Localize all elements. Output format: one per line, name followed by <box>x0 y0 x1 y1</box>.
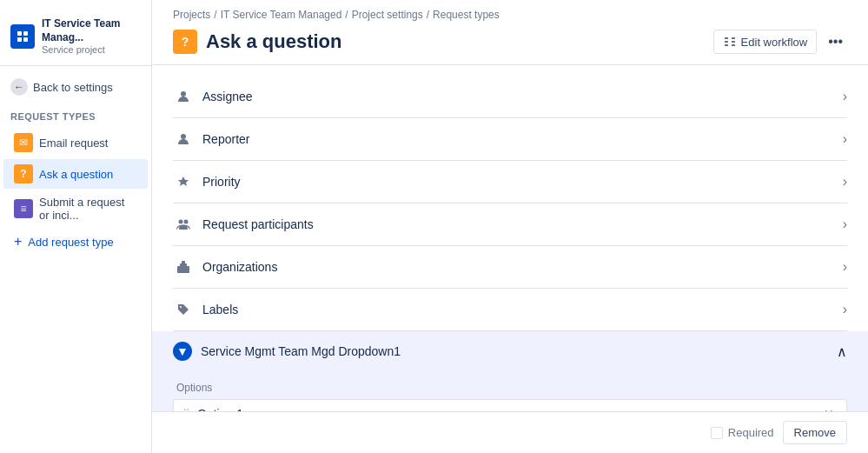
expand-icon: ▼ <box>173 342 192 361</box>
field-labels[interactable]: Labels › <box>173 289 847 331</box>
breadcrumb-sep-1: / <box>214 9 216 21</box>
field-priority[interactable]: Priority › <box>173 161 847 203</box>
app-logo <box>10 24 35 49</box>
priority-icon <box>173 171 194 192</box>
participants-label: Request participants <box>202 217 314 231</box>
participants-chevron: › <box>843 217 847 232</box>
options-label: Options <box>176 382 847 394</box>
breadcrumb-project-settings[interactable]: Project settings <box>352 9 423 21</box>
fields-content: Assignee › Reporter › Priority › <box>152 65 868 411</box>
svg-point-7 <box>184 220 189 224</box>
more-actions-button[interactable]: ••• <box>824 30 847 54</box>
submit-icon: ≡ <box>14 199 33 218</box>
expanded-body: Options ⠿ Option 1 ✕ ⠿ Option 2 Set as d… <box>152 371 868 411</box>
field-organizations[interactable]: Organizations › <box>173 246 847 289</box>
back-icon: ← <box>10 78 28 96</box>
participants-icon <box>173 214 194 235</box>
workflow-icon <box>723 35 737 49</box>
organizations-label: Organizations <box>202 260 277 274</box>
sidebar: IT Service Team Manag... Service project… <box>0 0 152 453</box>
main-content: Projects / IT Service Team Managed / Pro… <box>152 0 868 453</box>
expanded-field-label: Service Mgmt Team Mgd Dropdown1 <box>201 344 401 358</box>
priority-label: Priority <box>202 175 241 189</box>
reporter-icon <box>173 129 194 150</box>
breadcrumb-sep-2: / <box>345 9 348 21</box>
breadcrumb-projects[interactable]: Projects <box>173 9 210 21</box>
question-icon: ? <box>14 164 33 183</box>
svg-point-4 <box>181 91 186 97</box>
edit-workflow-button[interactable]: Edit workflow <box>713 30 818 54</box>
required-checkbox[interactable] <box>711 427 723 439</box>
svg-rect-3 <box>23 37 28 42</box>
field-participants-left: Request participants <box>173 214 314 235</box>
expanded-chevron-down: ∧ <box>837 343 847 360</box>
assignee-label: Assignee <box>202 90 253 103</box>
page-title: Ask a question <box>206 30 341 53</box>
app-title-area: IT Service Team Manag... Service project <box>42 17 141 55</box>
submit-request-label: Submit a request or inci... <box>39 196 137 222</box>
breadcrumb: Projects / IT Service Team Managed / Pro… <box>152 0 868 26</box>
assignee-icon <box>173 86 194 107</box>
breadcrumb-request-types: Request types <box>433 9 500 21</box>
page-actions: Edit workflow ••• <box>713 30 847 54</box>
plus-icon: + <box>14 234 22 250</box>
page-title-area: ? Ask a question <box>173 30 341 54</box>
expanded-field-left: ▼ Service Mgmt Team Mgd Dropdown1 <box>173 342 401 361</box>
priority-chevron: › <box>843 174 847 190</box>
required-section: Required <box>711 426 774 439</box>
field-assignee-left: Assignee <box>173 86 253 107</box>
svg-rect-8 <box>177 266 189 273</box>
app-name: IT Service Team Manag... <box>42 17 141 44</box>
add-request-type[interactable]: + Add request type <box>3 229 148 255</box>
sidebar-app-header: IT Service Team Manag... Service project <box>0 10 151 66</box>
breadcrumb-it-service[interactable]: IT Service Team Managed <box>221 9 342 21</box>
field-priority-left: Priority <box>173 171 241 192</box>
organizations-chevron: › <box>843 259 847 275</box>
ask-question-label: Ask a question <box>39 168 113 181</box>
labels-icon <box>173 299 194 320</box>
back-to-settings[interactable]: ← Back to settings <box>0 73 151 101</box>
svg-point-5 <box>181 134 186 139</box>
remove-button[interactable]: Remove <box>783 421 847 444</box>
svg-rect-0 <box>17 31 22 36</box>
assignee-chevron: › <box>843 89 847 104</box>
field-reporter-left: Reporter <box>173 129 249 150</box>
svg-rect-10 <box>182 261 185 264</box>
reporter-chevron: › <box>843 131 847 147</box>
expanded-field-header[interactable]: ▼ Service Mgmt Team Mgd Dropdown1 ∧ <box>152 331 868 371</box>
expanded-field: ▼ Service Mgmt Team Mgd Dropdown1 ∧ Opti… <box>173 331 847 411</box>
sidebar-item-submit[interactable]: ≡ Submit a request or inci... <box>3 190 148 227</box>
required-label: Required <box>728 426 774 439</box>
sidebar-item-email[interactable]: ✉ Email request <box>3 128 148 157</box>
svg-point-6 <box>179 220 183 224</box>
option-item-1: ⠿ Option 1 ✕ <box>173 399 847 411</box>
email-icon: ✉ <box>14 133 33 152</box>
field-orgs-left: Organizations <box>173 256 277 277</box>
field-labels-left: Labels <box>173 299 238 320</box>
svg-rect-2 <box>17 37 22 42</box>
svg-rect-1 <box>23 31 28 36</box>
svg-point-11 <box>180 306 182 308</box>
page-header: ? Ask a question Edit workflow ••• <box>152 26 868 65</box>
field-reporter[interactable]: Reporter › <box>173 118 847 161</box>
footer: Required Remove <box>152 411 868 453</box>
page-title-icon: ? <box>173 30 197 54</box>
organizations-icon <box>173 256 194 277</box>
field-request-participants[interactable]: Request participants › <box>173 203 847 246</box>
labels-label: Labels <box>202 303 238 316</box>
sidebar-item-ask[interactable]: ? Ask a question <box>3 159 148 189</box>
reporter-label: Reporter <box>202 132 249 146</box>
app-subtitle: Service project <box>42 44 141 55</box>
breadcrumb-sep-3: / <box>427 9 429 21</box>
email-request-label: Email request <box>39 137 108 150</box>
request-types-section-title: Request types <box>0 108 151 127</box>
labels-chevron: › <box>843 302 847 317</box>
field-assignee[interactable]: Assignee › <box>173 76 847 118</box>
